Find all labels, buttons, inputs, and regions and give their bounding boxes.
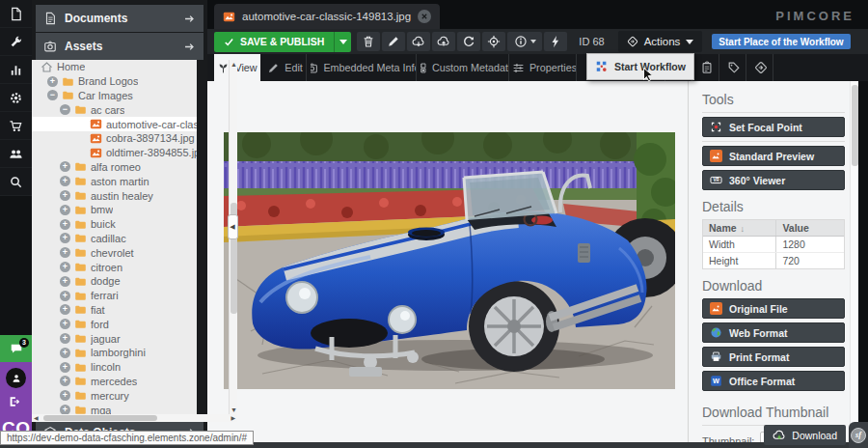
scroll-left-icon[interactable]: ◀ (34, 414, 39, 422)
assets-panel-header[interactable]: Assets (36, 33, 203, 60)
expand-icon[interactable]: + (60, 291, 70, 301)
tree-item[interactable]: oldtimer-3894855.jpg (32, 146, 197, 160)
tab-tag[interactable] (721, 54, 746, 81)
tab-view[interactable]: View (214, 54, 260, 81)
360-viewer-button[interactable]: 360° Viewer (702, 170, 845, 190)
tree-item[interactable]: Home (32, 60, 197, 74)
expand-icon[interactable]: + (60, 233, 70, 243)
tree-item[interactable]: +austin healey (32, 188, 197, 203)
ecommerce-icon[interactable] (0, 112, 32, 140)
tree-item[interactable]: +jaguar (32, 331, 197, 346)
expand-icon[interactable]: + (60, 276, 70, 287)
info-button[interactable] (507, 32, 542, 51)
tree-item[interactable]: +ford (32, 317, 197, 331)
tree-item[interactable]: +ferrari (32, 289, 197, 303)
expand-icon[interactable]: + (60, 390, 70, 401)
close-tab-icon[interactable] (418, 10, 431, 23)
document-icon[interactable] (0, 0, 32, 28)
settings-icon[interactable] (0, 84, 32, 112)
tree-item[interactable]: +lamborghini (32, 346, 197, 360)
actions-dropdown-button[interactable]: Actions (618, 31, 703, 52)
expand-icon[interactable]: + (60, 161, 70, 172)
edit-button[interactable] (382, 32, 405, 51)
tree-item[interactable]: +mga (32, 403, 197, 414)
tree-item[interactable]: +aston martin (32, 174, 197, 188)
save-publish-button[interactable]: SAVE & PUBLISH (214, 32, 351, 52)
tree-item[interactable]: +lincoln (32, 360, 197, 375)
tree-item[interactable]: −ac cars (32, 102, 197, 117)
scrollbar-thumb[interactable] (43, 415, 157, 421)
tree-item[interactable]: cobra-3897134.jpg (32, 131, 197, 146)
web-format-button[interactable]: Web Format (702, 322, 845, 343)
expand-icon[interactable]: + (60, 176, 70, 186)
profiler-badge[interactable]: sf (849, 422, 868, 448)
cloud-upload-button[interactable] (432, 32, 455, 51)
expand-icon[interactable]: + (60, 219, 70, 230)
focal-point-button[interactable] (482, 32, 505, 51)
tree-collapse-handle[interactable]: ◀ (228, 214, 238, 239)
save-options-caret[interactable] (334, 32, 351, 52)
tree-item[interactable]: −Car Images (32, 89, 197, 103)
original-file-button[interactable]: Original File (702, 298, 845, 319)
tab-clipboard[interactable] (694, 54, 719, 81)
expand-icon[interactable]: + (60, 405, 70, 414)
asset-tab[interactable]: automotive-car-classic-149813.jpg (214, 4, 440, 29)
tab-embedded-meta-info[interactable]: Embedded Meta Info (311, 54, 417, 81)
tab-edit[interactable]: Edit (264, 54, 307, 81)
tree-item[interactable]: automotive-car-classic-14 (32, 117, 197, 131)
users-icon[interactable] (0, 140, 32, 168)
office-format-button[interactable]: Office Format (702, 371, 845, 391)
trash-button[interactable] (357, 32, 380, 51)
scroll-up-icon[interactable]: ▲ (230, 61, 238, 68)
tree-item[interactable]: +fiat (32, 303, 197, 318)
expand-icon[interactable]: + (60, 190, 70, 201)
table-row[interactable]: Height720 (703, 253, 844, 268)
reload-button[interactable] (457, 32, 480, 51)
expand-icon[interactable]: + (60, 362, 70, 373)
scroll-down-icon[interactable]: ▼ (230, 406, 238, 413)
tree-item[interactable]: +bmw (32, 203, 197, 217)
user-avatar-button[interactable] (6, 368, 26, 388)
tree-item[interactable]: +chevrolet (32, 245, 197, 260)
collapse-icon[interactable]: − (60, 104, 70, 115)
tab-properties[interactable]: Properties (513, 54, 577, 81)
documents-panel-header[interactable]: Documents (36, 5, 203, 32)
table-row[interactable]: Width1280 (703, 237, 844, 253)
tree-item[interactable]: +Brand Logos (32, 74, 197, 89)
set-focal-point-button[interactable]: Set Focal Point (702, 117, 845, 137)
expand-icon[interactable]: + (60, 333, 70, 344)
standard-preview-button[interactable]: Standard Preview (702, 146, 845, 166)
search-icon[interactable] (0, 168, 32, 196)
details-table-header[interactable]: Name↓ Value (703, 220, 844, 237)
expand-panel-icon[interactable] (183, 13, 196, 25)
lightning-button[interactable] (544, 32, 567, 51)
tree-item[interactable]: +mercury (32, 388, 197, 403)
cloud-download-button[interactable] (407, 32, 430, 51)
tree-item[interactable]: +dodge (32, 274, 197, 289)
expand-icon[interactable]: + (60, 319, 70, 329)
expand-icon[interactable]: + (60, 205, 70, 215)
reports-icon[interactable] (0, 56, 32, 84)
collapse-icon[interactable]: − (47, 90, 58, 100)
expand-icon[interactable]: + (47, 76, 58, 87)
expand-icon[interactable]: + (60, 376, 70, 386)
expand-icon[interactable]: + (60, 348, 70, 358)
tools-icon[interactable] (0, 28, 32, 56)
tree-horizontal-scrollbar[interactable]: ◀ ▶ (32, 414, 237, 422)
expand-icon[interactable]: + (60, 262, 70, 272)
tree-item[interactable]: +buick (32, 217, 197, 232)
print-format-button[interactable]: Print Format (702, 347, 845, 367)
download-button[interactable]: Download (764, 425, 846, 445)
tab-workflow[interactable] (748, 54, 773, 81)
expand-icon[interactable]: + (60, 304, 70, 315)
expand-icon[interactable]: + (60, 247, 70, 258)
tree-item[interactable]: +alfa romeo (32, 160, 197, 175)
expand-panel-icon[interactable] (183, 41, 196, 53)
tree-item[interactable]: +mercedes (32, 375, 197, 389)
tree-item[interactable]: +citroen (32, 260, 197, 274)
scroll-right-icon[interactable]: ▶ (231, 414, 235, 422)
tree-item[interactable]: +cadillac (32, 232, 197, 246)
chat-button[interactable]: 3 (0, 335, 32, 362)
scrollbar-thumb[interactable] (852, 85, 858, 166)
panel-scrollbar[interactable] (850, 81, 858, 442)
